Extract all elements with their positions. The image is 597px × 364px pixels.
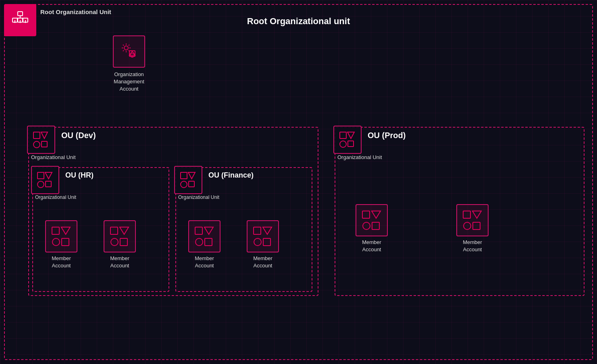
hr-member-2-icon <box>104 220 136 252</box>
prod-member-2-label: MemberAccount <box>463 239 482 253</box>
ou-prod-icon <box>333 126 362 154</box>
ou-finance-box: OU (Finance) Organizational Unit MemberA… <box>175 167 312 292</box>
svg-rect-0 <box>18 12 23 16</box>
svg-rect-52 <box>473 222 480 230</box>
svg-marker-34 <box>204 227 213 234</box>
svg-marker-42 <box>347 132 354 139</box>
svg-rect-49 <box>463 211 470 218</box>
svg-point-19 <box>37 181 44 188</box>
svg-marker-38 <box>263 227 272 234</box>
svg-point-31 <box>181 181 187 188</box>
svg-marker-18 <box>45 172 52 179</box>
ou-hr-header-label: OU (HR) <box>65 171 94 180</box>
svg-rect-32 <box>189 181 194 187</box>
ou-hr-box: OU (HR) Organizational Unit MemberAccoun… <box>32 167 169 292</box>
finance-member-2-label: MemberAccount <box>253 255 272 269</box>
svg-point-35 <box>196 238 203 246</box>
svg-point-23 <box>52 238 60 246</box>
svg-rect-24 <box>62 238 69 246</box>
finance-member-2-icon <box>247 220 279 252</box>
ou-prod-header-label: OU (Prod) <box>368 131 406 140</box>
svg-point-15 <box>33 141 40 148</box>
svg-rect-29 <box>181 172 187 179</box>
hr-member-1: MemberAccount <box>45 220 77 269</box>
svg-marker-46 <box>372 211 381 218</box>
svg-marker-26 <box>120 227 129 234</box>
ou-finance-sublabel: Organizational Unit <box>178 194 219 201</box>
svg-rect-33 <box>195 227 202 234</box>
canvas: Root Organizational Unit Root Organizati… <box>0 0 597 364</box>
svg-point-47 <box>363 222 370 230</box>
ou-prod-sublabel: Organizational Unit <box>337 154 382 161</box>
hr-member-1-icon <box>45 220 77 252</box>
hr-member-1-label: MemberAccount <box>52 255 71 269</box>
svg-rect-13 <box>33 132 40 139</box>
hr-member-2: MemberAccount <box>104 220 136 269</box>
svg-point-43 <box>340 141 346 147</box>
prod-member-2: MemberAccount <box>456 204 489 253</box>
ou-dev-icon <box>27 126 55 154</box>
hr-member-2-label: MemberAccount <box>110 255 129 269</box>
svg-rect-41 <box>340 132 346 139</box>
svg-marker-30 <box>188 172 195 179</box>
ou-hr-icon <box>31 166 59 194</box>
svg-rect-48 <box>372 222 379 230</box>
svg-marker-22 <box>61 227 70 234</box>
svg-rect-21 <box>52 227 59 234</box>
svg-rect-40 <box>263 238 270 246</box>
svg-rect-20 <box>46 181 51 187</box>
ou-dev-header-label: OU (Dev) <box>61 131 96 140</box>
svg-point-9 <box>124 46 128 50</box>
prod-member-2-icon <box>456 204 489 236</box>
prod-member-1: MemberAccount <box>356 204 388 253</box>
svg-rect-28 <box>120 238 127 246</box>
svg-rect-25 <box>110 227 118 234</box>
root-ou-title: Root Organizational unit <box>0 16 597 27</box>
mgmt-account-node: Organization Management Account <box>109 35 149 93</box>
svg-rect-37 <box>254 227 261 234</box>
ou-prod-box: OU (Prod) Organizational Unit MemberAcco… <box>335 127 585 296</box>
svg-marker-50 <box>472 211 481 218</box>
root-ou-label: Root Organizational Unit <box>40 8 111 16</box>
svg-rect-45 <box>362 211 370 218</box>
svg-rect-16 <box>42 141 47 147</box>
ou-finance-header-label: OU (Finance) <box>208 171 254 180</box>
svg-point-27 <box>111 238 118 246</box>
prod-member-1-label: MemberAccount <box>362 239 381 253</box>
finance-member-2: MemberAccount <box>247 220 279 269</box>
finance-member-1-label: MemberAccount <box>195 255 214 269</box>
svg-rect-17 <box>37 172 44 179</box>
svg-rect-44 <box>348 141 354 147</box>
svg-marker-14 <box>41 132 48 139</box>
finance-member-1-icon <box>188 220 220 252</box>
ou-finance-icon <box>174 166 202 194</box>
prod-member-1-icon <box>356 204 388 236</box>
ou-hr-sublabel: Organizational Unit <box>35 194 76 201</box>
mgmt-account-icon <box>113 35 145 68</box>
svg-rect-36 <box>205 238 212 246</box>
svg-point-39 <box>254 238 261 246</box>
svg-point-51 <box>464 222 471 230</box>
mgmt-account-label: Organization Management Account <box>109 71 149 93</box>
finance-member-1: MemberAccount <box>188 220 220 269</box>
ou-dev-sublabel: Organizational Unit <box>31 154 76 161</box>
